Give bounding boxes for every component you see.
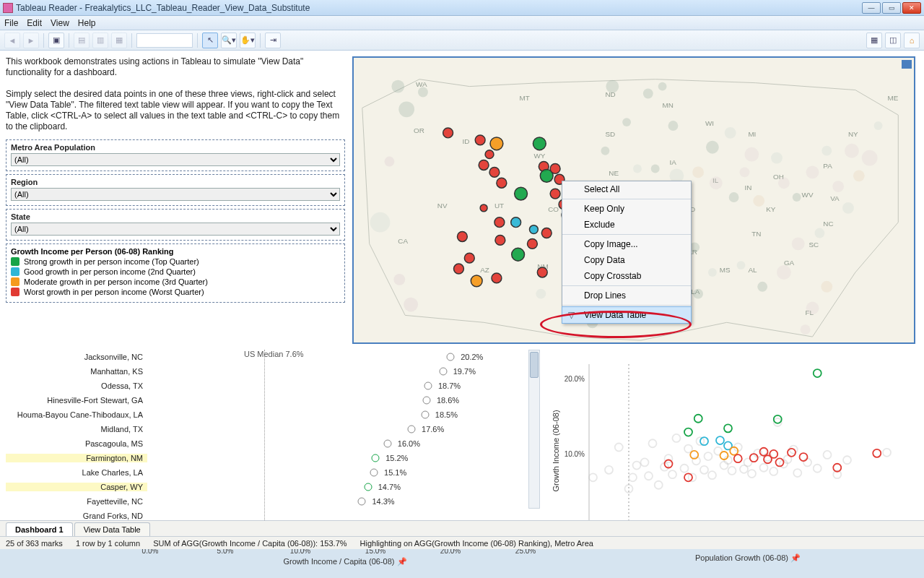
bar-row[interactable]: Houma-Bayou Cane-Thibodaux, LA18.5% [6, 407, 526, 422]
scatter-point[interactable] [641, 458, 649, 466]
bar-row[interactable]: Odessa, TX18.7% [6, 379, 526, 393]
map-point-faded[interactable] [725, 127, 736, 139]
scatter-point[interactable] [800, 453, 808, 461]
map-point-faded[interactable] [622, 118, 631, 126]
map-point[interactable] [550, 189, 560, 199]
map-point-faded[interactable] [710, 176, 723, 189]
bar-scrollbar[interactable] [528, 350, 540, 509]
bar-point[interactable] [422, 397, 430, 405]
bar-row[interactable]: Casper, WY14.7% [6, 480, 526, 494]
map-point-faded[interactable] [792, 237, 805, 250]
map-point-faded[interactable] [793, 193, 801, 202]
toolbar-icon[interactable]: ▥ [92, 33, 108, 48]
scatter-point[interactable] [684, 428, 692, 436]
scatter-point[interactable] [824, 451, 832, 459]
bar-row[interactable]: Hinesville-Fort Stewart, GA18.6% [6, 393, 526, 407]
map-point-faded[interactable] [536, 289, 546, 299]
scatter-point[interactable] [716, 436, 724, 444]
legend-item[interactable]: Moderate growth in per person income (3r… [11, 277, 340, 286]
scatter-point[interactable] [708, 471, 716, 479]
zoom-tool[interactable]: 🔍▾ [221, 33, 237, 48]
scatter-point[interactable] [814, 369, 821, 377]
pin-tool[interactable]: ⇥ [265, 33, 281, 48]
scatter-point[interactable] [649, 439, 657, 447]
map-point-faded[interactable] [385, 157, 395, 167]
map-point[interactable] [492, 273, 502, 283]
map-point[interactable] [485, 150, 494, 159]
toolbar-icon[interactable]: ▤ [74, 33, 90, 48]
map-point-faded[interactable] [418, 87, 428, 98]
map-point[interactable] [457, 232, 467, 242]
scatter-point[interactable] [605, 466, 613, 474]
bar-row[interactable]: Farmington, NM15.2% [6, 451, 526, 465]
map-point-faded[interactable] [832, 181, 844, 192]
map-point-faded[interactable] [744, 147, 759, 162]
menu-view[interactable]: View [51, 18, 69, 28]
map-point-faded[interactable] [729, 192, 739, 202]
map-point-faded[interactable] [643, 89, 653, 99]
scatter-point[interactable] [760, 464, 768, 472]
map-point-faded[interactable] [391, 80, 404, 93]
map-point-faded[interactable] [668, 121, 679, 131]
bar-row[interactable]: Jacksonville, NC20.2% [6, 350, 526, 364]
map-point[interactable] [550, 164, 560, 174]
filter-population-select[interactable]: (All) [11, 153, 340, 166]
grid-icon[interactable]: ▦ [866, 33, 882, 48]
map-point-faded[interactable] [771, 152, 783, 164]
scatter-point[interactable] [720, 462, 728, 470]
scatter-point[interactable] [700, 466, 708, 474]
map-point-faded[interactable] [801, 324, 811, 335]
map-point-faded[interactable] [778, 177, 790, 189]
scatter-point[interactable] [883, 449, 891, 457]
bar-point[interactable] [408, 426, 416, 434]
bar-row[interactable]: Lake Charles, LA15.1% [6, 465, 526, 480]
map-view[interactable]: WAORCAIDNVUTAZMTWYCONMNDSDNEKSOKTXMNIAMO… [352, 56, 915, 344]
bar-point[interactable] [370, 469, 378, 477]
legend-item[interactable]: Worst growth in per person income (Worst… [11, 288, 340, 296]
map-point[interactable] [471, 275, 482, 287]
scatter-point[interactable] [694, 415, 702, 423]
ctx-exclude[interactable]: Exclude [562, 217, 691, 233]
scatter-point[interactable] [843, 456, 851, 464]
bar-point[interactable] [424, 382, 432, 390]
map-point[interactable] [537, 267, 547, 277]
map-point[interactable] [490, 137, 503, 150]
map-point[interactable] [515, 187, 528, 200]
bar-point[interactable] [358, 498, 366, 506]
legend-item[interactable]: Good growth in per person income (2nd Qu… [11, 267, 340, 276]
ctx-copy-crosstab[interactable]: Copy Crosstab [562, 268, 691, 284]
map-point-faded[interactable] [404, 298, 418, 312]
scatter-point[interactable] [681, 465, 689, 473]
scatter-point[interactable] [633, 462, 641, 470]
map-point[interactable] [541, 228, 552, 238]
map-point[interactable] [495, 236, 505, 246]
tab-view-data-table[interactable]: View Data Table [74, 522, 150, 536]
scatter-point[interactable] [615, 444, 623, 452]
map-point-faded[interactable] [740, 167, 750, 177]
map-point-faded[interactable] [821, 281, 832, 293]
select-tool[interactable]: ↖ [202, 33, 218, 48]
map-point[interactable] [489, 167, 500, 177]
scatter-point[interactable] [873, 449, 881, 457]
map-point-faded[interactable] [853, 170, 865, 181]
scatter-point[interactable] [629, 473, 637, 481]
menu-help[interactable]: Help [78, 18, 96, 28]
map-point[interactable] [533, 137, 546, 150]
menu-edit[interactable]: Edit [27, 18, 42, 28]
filter-state-select[interactable]: (All) [11, 223, 340, 236]
map-point-faded[interactable] [806, 302, 819, 315]
map-point-faded[interactable] [753, 195, 764, 207]
scatter-point[interactable] [793, 469, 801, 477]
map-point-faded[interactable] [706, 141, 719, 154]
map-point[interactable] [529, 225, 538, 234]
map-point-faded[interactable] [777, 265, 791, 280]
bar-point[interactable] [364, 483, 372, 491]
map-point-faded[interactable] [845, 144, 859, 158]
scatter-point[interactable] [728, 467, 736, 475]
map-point-faded[interactable] [862, 150, 878, 166]
map-point-faded[interactable] [398, 101, 414, 117]
map-point[interactable] [497, 178, 507, 188]
legend-item[interactable]: Strong growth in per person income (Top … [11, 257, 340, 266]
map-point-faded[interactable] [658, 82, 667, 91]
map-point-faded[interactable] [606, 80, 619, 93]
